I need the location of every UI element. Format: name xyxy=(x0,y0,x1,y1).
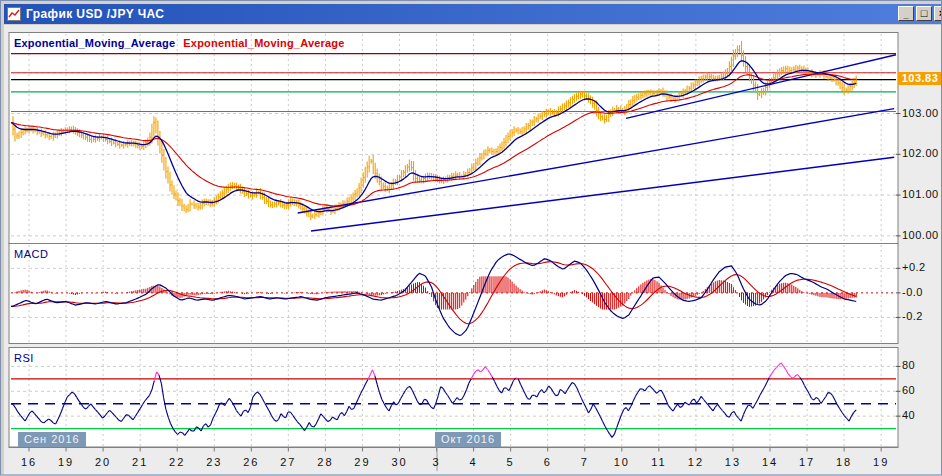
maximize-icon: □ xyxy=(917,9,931,18)
minimize-button[interactable]: _ xyxy=(898,6,914,21)
close-button[interactable]: × xyxy=(934,6,942,21)
chart-canvas[interactable] xyxy=(1,1,942,476)
close-icon: × xyxy=(935,9,942,18)
window-controls: _ □ × xyxy=(898,6,942,21)
window-title: График USD /JPY ЧАС xyxy=(26,7,164,21)
chart-window: Exponential_Moving_AverageExponential_Mo… xyxy=(0,0,942,476)
minimize-icon: _ xyxy=(899,11,913,20)
maximize-button[interactable]: □ xyxy=(916,6,932,21)
chart-window-icon xyxy=(7,7,21,21)
title-bar[interactable]: График USD /JPY ЧАС _ □ × xyxy=(4,4,942,24)
